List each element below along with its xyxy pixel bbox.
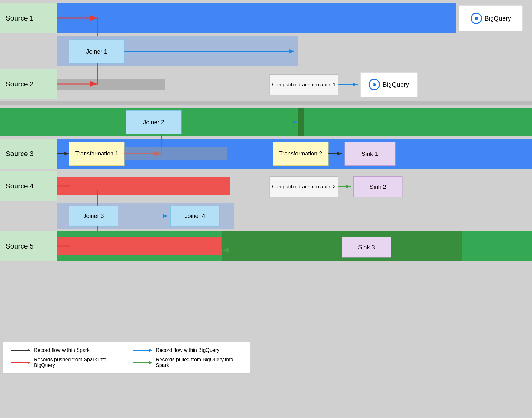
source5-label: Source 5 <box>0 231 57 261</box>
sink3-node: Sink 3 <box>342 237 391 257</box>
svg-rect-36 <box>124 147 227 160</box>
svg-rect-54 <box>57 237 222 255</box>
legend: Record flow within Spark Record flow wit… <box>3 342 250 374</box>
svg-rect-16 <box>0 69 532 99</box>
joiner2-node: Joiner 2 <box>126 110 181 134</box>
sink2-node: Sink 2 <box>353 176 402 197</box>
legend-label-blue: Record flow within BigQuery <box>156 347 219 353</box>
svg-rect-7 <box>57 3 456 33</box>
source2-label: Source 2 <box>0 69 57 99</box>
source4-label: Source 4 <box>0 171 57 201</box>
legend-item-black: Record flow within Spark <box>11 347 120 353</box>
compat-transform1-node: Compatible transformation 1 <box>270 74 338 95</box>
legend-arrow-blue <box>133 350 152 351</box>
svg-rect-18 <box>57 79 165 90</box>
bigquery1-node: ⊕ BigQuery <box>459 6 522 31</box>
sink1-node: Sink 1 <box>345 142 395 166</box>
compat-transform2-node: Compatible transformation 2 <box>270 176 338 197</box>
diagram: Source 1 ⊕ BigQuery Joiner 1 Source 2 Co… <box>0 0 532 380</box>
transform1-node: Transformation 1 <box>69 142 124 166</box>
svg-rect-26 <box>0 108 532 136</box>
source1-label: Source 1 <box>0 3 57 33</box>
legend-arrow-red <box>11 362 30 363</box>
bigquery2-node: ⊕ BigQuery <box>360 72 417 97</box>
svg-rect-42 <box>57 177 230 195</box>
legend-label-black: Record flow within Spark <box>34 347 90 353</box>
legend-label-red: Records pushed from Spark into BigQuery <box>34 357 120 368</box>
bigquery1-text: BigQuery <box>484 15 511 22</box>
legend-item-blue: Record flow within BigQuery <box>133 347 242 353</box>
legend-item-green: Records pulled from BigQuery into Spark <box>133 357 242 368</box>
joiner4-node: Joiner 4 <box>170 206 219 226</box>
svg-rect-25 <box>0 101 532 105</box>
joiner3-node: Joiner 3 <box>69 206 118 226</box>
bigquery2-icon: ⊕ <box>369 79 380 90</box>
legend-arrow-green <box>133 362 152 363</box>
joiner1-node: Joiner 1 <box>69 40 124 63</box>
transform2-node: Transformation 2 <box>273 142 328 166</box>
bigquery1-icon: ⊕ <box>471 13 482 24</box>
svg-rect-40 <box>0 171 532 201</box>
svg-rect-29 <box>298 108 304 136</box>
bigquery2-text: BigQuery <box>383 81 409 88</box>
legend-label-green: Records pulled from BigQuery into Spark <box>156 357 242 368</box>
legend-item-red: Records pushed from Spark into BigQuery <box>11 357 120 368</box>
svg-rect-52 <box>0 231 532 261</box>
legend-arrow-black <box>11 350 30 351</box>
source3-label: Source 3 <box>0 139 57 169</box>
